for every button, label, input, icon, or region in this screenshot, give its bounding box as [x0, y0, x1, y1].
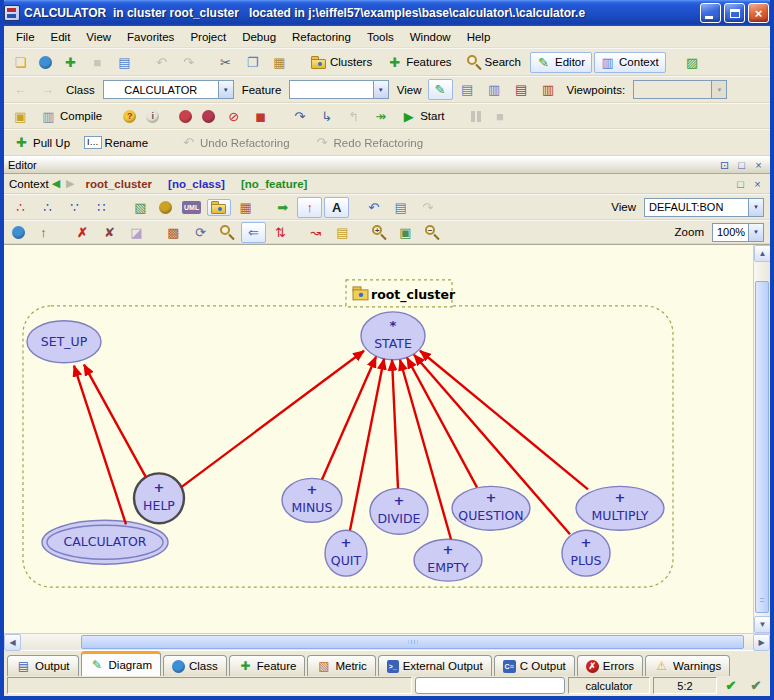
scroll-down-button[interactable]: ▼ [754, 616, 771, 633]
external-commands-icon[interactable]: ▨ [680, 52, 705, 73]
close-pane-icon[interactable]: × [751, 158, 766, 172]
horizontal-scrollbar[interactable]: ◀ ▶ [4, 633, 770, 650]
copy-icon[interactable]: ❐ [240, 52, 265, 73]
precompile-icon[interactable]: ◼ [248, 106, 273, 127]
class-node-help[interactable]: +HELP [134, 473, 184, 523]
context-back-icon[interactable]: ◀ [52, 177, 60, 190]
tab-c-output[interactable]: C≡C Output [494, 655, 575, 676]
clusters-button[interactable]: Clusters [306, 54, 379, 71]
context-toggle[interactable]: ▥Context [594, 52, 666, 73]
class-node-state[interactable]: *STATE [361, 312, 425, 360]
maximize-button[interactable] [724, 3, 745, 23]
step-into-icon[interactable]: ↳ [314, 106, 339, 127]
context-feature-crumb[interactable]: [no_feature] [241, 178, 307, 190]
basic-text-view-toggle[interactable]: ✎ [428, 79, 453, 100]
delete-icon[interactable]: ✗ [70, 222, 95, 243]
rotate-icon[interactable]: ⟳ [188, 222, 213, 243]
maximize-pane-icon[interactable]: □ [734, 158, 749, 172]
compile-button[interactable]: ▥Compile [35, 106, 109, 127]
close-button[interactable]: × [748, 3, 769, 23]
cancel-compilation-icon[interactable]: ⊘ [221, 106, 246, 127]
class-node-multiply[interactable]: +MULTIPLY [576, 486, 664, 530]
tab-feature[interactable]: ✚Feature [229, 655, 306, 676]
class-node-divide[interactable]: +DIVIDE [370, 488, 428, 534]
class-view-icon[interactable]: ▦ [233, 197, 258, 218]
menu-refactoring[interactable]: Refactoring [284, 28, 359, 46]
class-combobox-dropdown-arrow[interactable]: ▼ [218, 81, 233, 98]
tab-diagram[interactable]: ✎Diagram [81, 651, 161, 676]
preview-icon[interactable] [215, 222, 239, 242]
maximize-context-icon[interactable]: □ [733, 177, 748, 191]
class-node-question[interactable]: +QUESTION [452, 486, 530, 530]
cut-icon[interactable]: ✂ [213, 52, 238, 73]
cluster-links-icon[interactable]: ∴ [35, 197, 60, 218]
menu-window[interactable]: Window [402, 28, 459, 46]
class-node-empty[interactable]: +EMPTY [414, 539, 482, 581]
feature-combobox-dropdown-arrow[interactable]: ▼ [373, 81, 388, 98]
new-class-tool-icon[interactable] [8, 224, 29, 241]
client-links-icon[interactable]: ∷ [89, 197, 114, 218]
class-node-calculator[interactable]: CALCULATOR [42, 520, 168, 564]
zoom-out-icon[interactable]: − [420, 222, 444, 242]
pull-up-button[interactable]: ✚Pull Up [8, 132, 77, 153]
interface-view-icon[interactable]: ▥ [536, 79, 561, 100]
features-button[interactable]: ✚Features [381, 52, 458, 73]
vertical-scrollbar[interactable]: ▲ ▼ [753, 245, 770, 633]
flat-view-icon[interactable]: ▥ [482, 79, 507, 100]
editor-toggle[interactable]: ✎Editor [530, 52, 592, 73]
clickable-view-icon[interactable]: ▤ [455, 79, 480, 100]
class-node-plus[interactable]: +PLUS [562, 530, 610, 576]
tab-class[interactable]: Class [163, 655, 227, 676]
class-node-set_up[interactable]: SET_UP [27, 321, 101, 363]
diagram-view-combobox[interactable]: DEFAULT:BON▼ [644, 198, 764, 217]
context-cluster-crumb[interactable]: root_cluster [86, 178, 152, 190]
root-cluster-label[interactable]: root_cluster [346, 280, 456, 307]
class-combobox[interactable]: CALCULATOR▼ [103, 80, 234, 99]
menu-tools[interactable]: Tools [359, 28, 402, 46]
diagram-history-icon[interactable]: ▤ [388, 197, 413, 218]
export-diagram-icon[interactable] [155, 199, 176, 216]
start-button[interactable]: ▶Start [395, 106, 451, 127]
straighten-links-icon[interactable]: ↝ [303, 222, 328, 243]
fit-to-window-icon[interactable]: ▣ [393, 222, 418, 243]
status-search-field[interactable] [415, 677, 565, 694]
diagram-zoom-combobox-dropdown-arrow[interactable]: ▼ [748, 224, 763, 241]
finalize-icon[interactable] [198, 108, 219, 125]
color-tool-icon[interactable]: ▩ [161, 222, 186, 243]
scroll-up-button[interactable]: ▲ [754, 245, 771, 262]
class-node-quit[interactable]: +QUIT [325, 530, 367, 576]
add-note-icon[interactable]: ▤ [330, 222, 355, 243]
project-settings-icon[interactable]: ▣ [8, 106, 33, 127]
menu-view[interactable]: View [78, 28, 119, 46]
tab-metric[interactable]: ▧Metric [307, 655, 375, 676]
info-icon[interactable]: i [142, 108, 163, 125]
minimize-button[interactable] [700, 3, 721, 23]
horizontal-scroll-thumb[interactable] [81, 635, 744, 649]
menu-project[interactable]: Project [182, 28, 234, 46]
feature-combobox[interactable]: ▼ [289, 80, 389, 99]
menu-help[interactable]: Help [459, 28, 499, 46]
context-forward-icon[interactable]: ▶ [66, 177, 74, 190]
zoom-in-icon[interactable]: + [367, 222, 391, 242]
menu-favorites[interactable]: Favorites [119, 28, 182, 46]
diagram-view-combobox-dropdown-arrow[interactable]: ▼ [748, 199, 763, 216]
uml-view-icon[interactable]: UML [178, 199, 205, 216]
tab-warnings[interactable]: ⚠Warnings [645, 655, 730, 676]
inheritance-mode-toggle[interactable]: ↑ [297, 197, 322, 218]
menu-debug[interactable]: Debug [234, 28, 284, 46]
inheritance-links-icon[interactable]: ∴ [8, 197, 33, 218]
freeze-icon[interactable] [175, 108, 196, 125]
title-bar[interactable]: CALCULATOR in cluster root_cluster locat… [0, 0, 774, 26]
contract-view-icon[interactable]: ▤ [509, 79, 534, 100]
vertical-layout-icon[interactable]: ⇅ [268, 222, 293, 243]
paste-icon[interactable]: ▦ [267, 52, 292, 73]
tab-external-output[interactable]: >_External Output [378, 655, 492, 676]
class-node-minus[interactable]: +MINUS [282, 478, 342, 522]
undock-pane-icon[interactable]: ⊡ [717, 158, 732, 172]
context-class-crumb[interactable]: [no_class] [168, 178, 225, 190]
undo-diagram-icon[interactable]: ↶ [361, 197, 386, 218]
horizontal-layout-toggle[interactable]: ⇐ [241, 222, 266, 243]
scroll-right-button[interactable]: ▶ [753, 634, 770, 651]
menu-file[interactable]: File [8, 28, 43, 46]
rename-button[interactable]: I…Rename [79, 134, 155, 151]
